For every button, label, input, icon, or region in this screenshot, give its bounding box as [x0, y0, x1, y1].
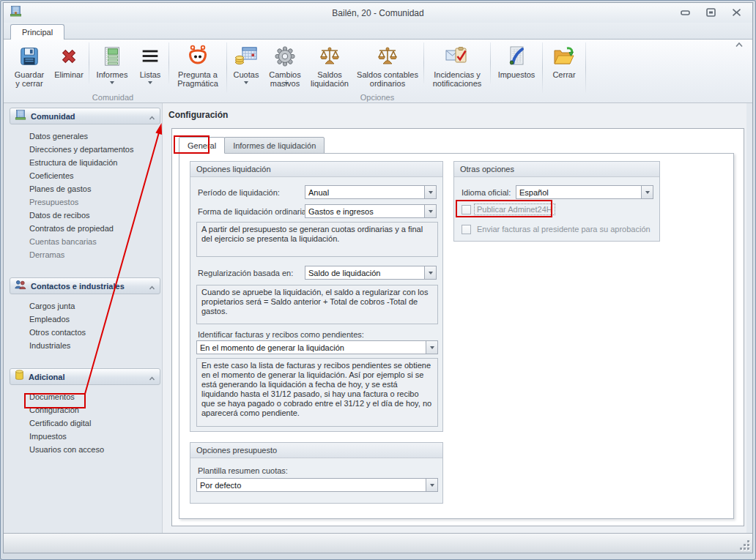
identificar-combobox[interactable]: En el momento de generar la liquidación — [196, 340, 438, 354]
reports-button[interactable]: Informes — [91, 42, 133, 93]
sidebar-item-direcciones[interactable]: Direcciones y departamentos — [29, 143, 160, 156]
tab-general[interactable]: General — [179, 137, 225, 154]
combo-value: Anual — [308, 188, 329, 197]
building-icon — [15, 109, 26, 124]
chevron-up-icon[interactable] — [149, 280, 155, 293]
sidebar-item-cuentas-bancarias[interactable]: Cuentas bancarias — [29, 235, 160, 248]
coins-calendar-icon — [234, 43, 258, 70]
sidebar-group-title: Contactos e industriales — [31, 282, 149, 291]
sidebar-item-impuestos[interactable]: Impuestos — [29, 430, 160, 443]
button-label: Pregunta a Pragmática — [177, 70, 218, 88]
periodo-combobox[interactable]: Anual — [305, 185, 437, 199]
chevron-down-icon — [110, 81, 114, 86]
chevron-up-icon[interactable] — [149, 110, 155, 123]
periodo-label: Período de liquidación: — [198, 188, 280, 197]
scales-icon — [376, 43, 399, 70]
sidebar-item-configuracion[interactable]: Configuración — [29, 403, 160, 417]
sidebar-items-comunidad: Datos generales Direcciones y departamen… — [10, 124, 160, 264]
sidebar-item-industriales[interactable]: Industriales — [29, 339, 160, 352]
regularizacion-label: Regularización basada en: — [198, 269, 293, 277]
saldos-liquidacion-button[interactable]: Saldos liquidación — [306, 42, 353, 93]
info-forma-liquidacion: A partir del presupuesto se generan cuot… — [196, 222, 438, 257]
delete-icon — [58, 43, 80, 70]
chevron-down-icon[interactable] — [426, 341, 437, 354]
sidebar-item-documentos[interactable]: Documentos — [29, 390, 160, 403]
checkbox[interactable] — [462, 225, 471, 234]
minimize-button[interactable] — [679, 7, 691, 18]
cambios-masivos-button[interactable]: Cambios masivos — [264, 42, 306, 93]
ribbon-divider — [490, 42, 491, 83]
cerrar-button[interactable]: Cerrar — [544, 42, 584, 93]
publicar-adminet-label: Publicar Adminet24H — [475, 204, 555, 214]
save-close-button[interactable]: Guardar y cerrar — [8, 42, 51, 93]
save-icon — [18, 43, 40, 70]
chevron-down-icon[interactable] — [424, 186, 436, 198]
report-icon — [101, 43, 123, 70]
sidebar-item-datos-recibos[interactable]: Datos de recibos — [29, 209, 160, 222]
plantilla-label: Plantilla resumen cuotas: — [198, 466, 288, 475]
pragmatica-icon — [185, 43, 210, 70]
list-icon — [139, 43, 161, 70]
sidebar-group-adicional[interactable]: Adicional — [10, 368, 160, 385]
button-label: Saldos contables ordinarios — [357, 70, 418, 88]
regularizacion-combobox[interactable]: Saldo de liquidación — [305, 266, 437, 280]
ribbon-collapse-icon[interactable] — [735, 37, 744, 51]
chevron-down-icon[interactable] — [424, 266, 436, 279]
chevron-down-icon[interactable] — [426, 479, 437, 491]
sidebar-group-comunidad[interactable]: Comunidad — [10, 108, 160, 124]
sidebar-item-presupuestos[interactable]: Presupuestos — [29, 195, 160, 209]
idioma-label: Idioma oficial: — [462, 188, 511, 197]
sidebar-item-otros-contactos[interactable]: Otros contactos — [29, 326, 160, 339]
tab-informes-liquidacion[interactable]: Informes de liquidación — [224, 137, 325, 154]
ribbon-divider — [89, 42, 89, 83]
sidebar-items-adicional: Documentos Configuración Certificado dig… — [10, 385, 160, 459]
resize-grip[interactable] — [740, 540, 749, 550]
sidebar-item-usuarios-acceso[interactable]: Usuarios con acceso — [29, 443, 160, 456]
titlebar: Bailén, 20 - Comunidad — [4, 3, 752, 23]
sidebar-item-planes-gastos[interactable]: Planes de gastos — [29, 182, 160, 195]
sidebar-item-derramas[interactable]: Derramas — [29, 248, 160, 261]
enviar-facturas-checkbox-row[interactable]: Enviar facturas al presidente para su ap… — [462, 224, 653, 234]
restore-button[interactable] — [705, 7, 716, 18]
cuotas-button[interactable]: Cuotas — [229, 42, 264, 93]
publicar-adminet-checkbox-row[interactable]: Publicar Adminet24H — [462, 204, 555, 214]
tab-page-general: Opciones liquidación Período de liquidac… — [179, 153, 734, 519]
lists-button[interactable]: Listas — [133, 42, 167, 93]
tab-principal[interactable]: Principal — [10, 24, 64, 40]
forma-combobox[interactable]: Gastos e ingresos — [305, 204, 437, 218]
sidebar-item-contratos[interactable]: Contratos de propiedad — [29, 222, 160, 235]
sidebar-items-contactos: Cargos junta Empleados Otros contactos I… — [10, 294, 160, 355]
impuestos-button[interactable]: Impuestos — [492, 42, 541, 93]
button-label: Incidencias y notificaciones — [433, 70, 482, 88]
sidebar-group-title: Comunidad — [31, 112, 149, 121]
checkbox[interactable] — [462, 205, 471, 214]
chevron-down-icon[interactable] — [641, 186, 653, 198]
pragmatica-button[interactable]: Pregunta a Pragmática — [171, 42, 225, 93]
chevron-down-icon — [284, 82, 289, 87]
info-regularizacion: Cuando se apruebe la liquidación, el sal… — [196, 285, 438, 324]
identificar-label: Identificar facturas y recibos como pend… — [198, 330, 364, 339]
button-label: Cerrar — [552, 70, 575, 79]
ribbon-group-label-comunidad: Comunidad — [4, 93, 222, 102]
sidebar-item-datos-generales[interactable]: Datos generales — [29, 130, 160, 143]
delete-button[interactable]: Eliminar — [51, 42, 87, 93]
incidencias-button[interactable]: Incidencias y notificaciones — [426, 42, 489, 93]
sidebar-item-cargos-junta[interactable]: Cargos junta — [29, 299, 160, 313]
tax-icon — [505, 43, 528, 70]
info-identificar: En este caso la lista de facturas y reci… — [196, 358, 438, 427]
sidebar-group-contactos[interactable]: Contactos e industriales — [10, 277, 160, 294]
chevron-down-icon[interactable] — [424, 205, 436, 217]
sidebar-item-certificado-digital[interactable]: Certificado digital — [29, 417, 160, 430]
close-button[interactable] — [730, 7, 742, 18]
enviar-facturas-label: Enviar facturas al presidente para su ap… — [475, 224, 653, 234]
sidebar-item-empleados[interactable]: Empleados — [29, 313, 160, 326]
chevron-up-icon[interactable] — [149, 370, 155, 384]
sidebar-item-coeficientes[interactable]: Coeficientes — [29, 169, 160, 182]
button-label: Listas — [140, 70, 161, 79]
plantilla-combobox[interactable]: Por defecto — [196, 478, 438, 492]
sidebar-item-estructura[interactable]: Estructura de liquidación — [29, 156, 160, 169]
idioma-combobox[interactable]: Español — [516, 185, 653, 199]
saldos-contables-button[interactable]: Saldos contables ordinarios — [353, 42, 422, 93]
combo-value: Gastos e ingresos — [308, 207, 374, 216]
ribbon: Guardar y cerrar Eliminar — [4, 40, 752, 103]
